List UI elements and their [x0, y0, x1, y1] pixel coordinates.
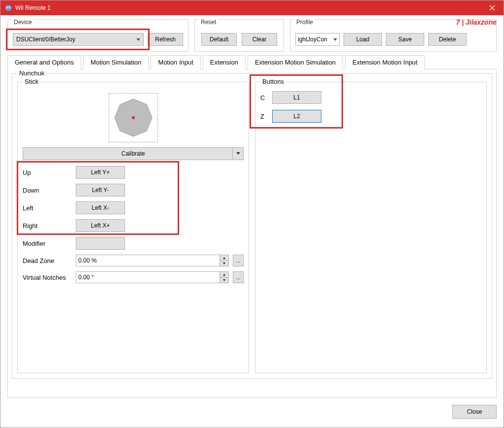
virtual-notches-input[interactable]: 0.00 ° ▲ ▼: [76, 271, 229, 283]
profile-group: Profile ightJoyCon Load Save Delete: [290, 19, 497, 52]
up-label: Up: [23, 169, 72, 176]
calibrate-button[interactable]: Calibrate: [23, 147, 244, 160]
svg-point-2: [132, 116, 135, 119]
right-label: Right: [23, 222, 72, 230]
stick-visualizer: [109, 93, 158, 142]
deadzone-input[interactable]: 0.00 % ▲ ▼: [76, 255, 229, 266]
modifier-mapping-button[interactable]: [76, 237, 125, 250]
stick-label: Stick: [23, 78, 40, 85]
save-button[interactable]: Save: [386, 33, 424, 46]
top-row: Device DSUClient/0/BetterJoy Refresh Res…: [0, 15, 504, 55]
nunchuk-group: Nunchuk Stick Calibrate: [12, 73, 492, 379]
bottom-bar: Close: [0, 403, 504, 428]
tab-extension-motion-input[interactable]: Extension Motion Input: [345, 55, 425, 69]
stick-group: Stick Calibrate: [17, 82, 249, 373]
clear-button[interactable]: Clear: [242, 33, 277, 46]
nunchuk-label: Nunchuk: [17, 69, 46, 77]
z-label: Z: [260, 113, 268, 120]
load-button[interactable]: Load: [344, 33, 382, 46]
tab-pane: Nunchuk Stick Calibrate: [7, 69, 497, 398]
down-label: Down: [23, 187, 72, 194]
default-button[interactable]: Default: [201, 33, 237, 46]
titlebar: Wii Remote 1: [0, 0, 504, 15]
chevron-down-icon[interactable]: [232, 148, 243, 160]
tab-motion-simulation[interactable]: Motion Simulation: [83, 55, 149, 69]
left-mapping-button[interactable]: Left X-: [76, 201, 125, 214]
content: 7 | Jilaxzone Device DSUClient/0/BetterJ…: [0, 15, 504, 428]
buttons-group: Buttons C L1 Z L2: [255, 82, 487, 373]
virtual-notches-more-button[interactable]: ...: [233, 271, 244, 283]
tabs: General and Options Motion Simulation Mo…: [0, 55, 504, 69]
down-mapping-button[interactable]: Left Y-: [76, 184, 125, 197]
window: Wii Remote 1 7 | Jilaxzone Device DSUCli…: [0, 0, 504, 428]
chevron-down-icon: [333, 36, 337, 43]
device-label: Device: [12, 19, 34, 26]
spinner-down-icon[interactable]: ▼: [220, 278, 228, 283]
app-icon: [4, 4, 12, 12]
modifier-label: Modifier: [23, 240, 72, 247]
profile-label: Profile: [294, 19, 315, 26]
device-group: Device DSUClient/0/BetterJoy Refresh: [7, 19, 189, 52]
reset-label: Reset: [199, 19, 218, 26]
close-button[interactable]: Close: [452, 405, 497, 419]
buttons-label: Buttons: [260, 78, 286, 85]
deadzone-more-button[interactable]: ...: [233, 255, 244, 266]
refresh-button[interactable]: Refresh: [148, 33, 183, 46]
c-label: C: [260, 94, 268, 101]
reset-group: Reset Default Clear: [194, 19, 284, 52]
spinner-up-icon[interactable]: ▲: [220, 255, 228, 261]
tab-extension[interactable]: Extension: [203, 55, 246, 69]
profile-value: ightJoyCon: [298, 36, 327, 43]
spinner-up-icon[interactable]: ▲: [220, 272, 228, 278]
tab-motion-input[interactable]: Motion Input: [151, 55, 201, 69]
device-combo-value: DSUClient/0/BetterJoy: [16, 36, 75, 43]
deadzone-value: 0.00 %: [78, 257, 96, 264]
right-mapping-button[interactable]: Left X+: [76, 219, 125, 232]
deadzone-label: Dead Zone: [23, 257, 72, 264]
spinner-down-icon[interactable]: ▼: [220, 261, 228, 266]
profile-combo[interactable]: ightJoyCon: [295, 33, 340, 46]
z-mapping-button[interactable]: L2: [272, 110, 321, 123]
chevron-down-icon: [136, 36, 140, 43]
delete-button[interactable]: Delete: [428, 33, 467, 46]
c-mapping-button[interactable]: L1: [272, 91, 321, 104]
virtual-notches-value: 0.00 °: [78, 274, 94, 281]
device-combo[interactable]: DSUClient/0/BetterJoy: [13, 33, 144, 46]
close-icon[interactable]: [481, 0, 504, 15]
calibrate-label: Calibrate: [121, 150, 145, 157]
left-label: Left: [23, 204, 72, 212]
tab-general-options[interactable]: General and Options: [7, 55, 81, 69]
up-mapping-button[interactable]: Left Y+: [76, 166, 125, 179]
virtual-notches-label: Virtual Notches: [23, 274, 72, 281]
window-title: Wii Remote 1: [15, 4, 51, 11]
tab-extension-motion-simulation[interactable]: Extension Motion Simulation: [248, 55, 343, 69]
